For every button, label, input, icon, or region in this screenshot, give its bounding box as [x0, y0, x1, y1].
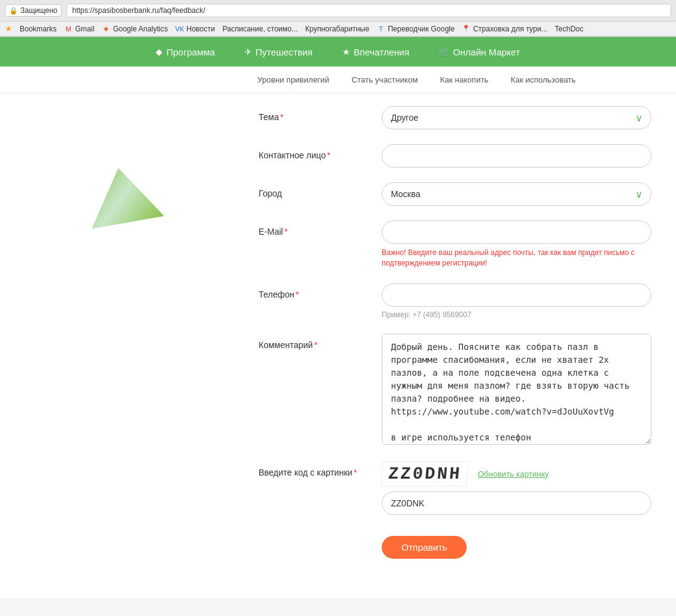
left-sidebar [0, 94, 246, 598]
phone-control: Пример: +7 (495) 9569007 [382, 283, 651, 319]
email-label: E-Mail* [259, 221, 369, 237]
comment-row: Комментарий* Добрый день. Поясните как с… [259, 334, 651, 447]
nav-market[interactable]: 🛒 Онлайн Маркет [424, 37, 535, 67]
bookmark-large[interactable]: Крупногабаритные [305, 25, 369, 33]
captcha-input[interactable] [382, 492, 651, 515]
city-row: Город Москва ∨ [259, 182, 651, 206]
tema-label: Тема* [259, 106, 369, 122]
bookmark-techdoc[interactable]: TechDoc [555, 25, 584, 33]
tema-row: Тема* Другое ∨ [259, 106, 651, 129]
url-bar[interactable]: https://spasibosberbank.ru/faq/feedback/ [66, 4, 671, 17]
comment-required: * [314, 340, 317, 350]
submit-label-spacer [259, 530, 369, 536]
captcha-label: Введите код с картинки* [259, 461, 369, 477]
browser-topbar: 🔒 Защищено https://spasibosberbank.ru/fa… [0, 0, 676, 22]
captcha-row: Введите код с картинки* ZZ0DNH Обновить … [259, 461, 651, 515]
ga-icon: ◈ [102, 25, 110, 33]
sub-nav-use[interactable]: Как использовать [499, 67, 587, 94]
page-content: Тема* Другое ∨ Контактное лицо* [0, 94, 676, 598]
insurance-icon: 📍 [462, 25, 470, 33]
comment-label: Комментарий* [259, 334, 369, 350]
tema-required: * [280, 112, 283, 122]
comment-textarea[interactable]: Добрый день. Поясните как собрать пазл в… [382, 334, 651, 445]
email-row: E-Mail* Важно! Введите ваш реальный адре… [259, 221, 651, 269]
email-hint: Важно! Введите ваш реальный адрес почты,… [382, 248, 651, 269]
bookmark-bookmarks[interactable]: Bookmarks [20, 25, 57, 33]
tema-control: Другое ∨ [382, 106, 651, 129]
form-area: Тема* Другое ∨ Контактное лицо* [246, 94, 676, 598]
bookmark-gmail[interactable]: M Gmail [64, 25, 94, 33]
email-input[interactable] [382, 221, 651, 244]
nav-travel[interactable]: ✈ Путешествия [230, 37, 328, 67]
captcha-image-row: ZZ0DNH Обновить картинку [382, 461, 651, 487]
sub-nav: Уровни привилегий Стать участником Как н… [0, 67, 676, 94]
contact-control [382, 144, 651, 168]
tema-select[interactable]: Другое [382, 106, 651, 129]
bookmark-ga[interactable]: ◈ Google Analytics [102, 25, 167, 33]
travel-icon: ✈ [244, 47, 252, 57]
security-badge: 🔒 Защищено [5, 4, 62, 17]
phone-hint: Пример: +7 (495) 9569007 [382, 310, 651, 319]
captcha-required: * [353, 468, 356, 477]
nav-impressions[interactable]: ★ Впечатления [328, 37, 424, 67]
city-label: Город [259, 182, 369, 198]
phone-input[interactable] [382, 283, 651, 307]
email-required: * [284, 227, 288, 237]
contact-input[interactable] [382, 144, 651, 168]
phone-row: Телефон* Пример: +7 (495) 9569007 [259, 283, 651, 319]
city-select-wrapper: Москва ∨ [382, 182, 651, 206]
sub-nav-earn[interactable]: Как накопить [429, 67, 500, 94]
browser-chrome: 🔒 Защищено https://spasibosberbank.ru/fa… [0, 0, 676, 37]
bookmark-translate[interactable]: T Переводчик Google [377, 25, 455, 33]
main-nav: ◆ Программа ✈ Путешествия ★ Впечатления … [0, 37, 676, 67]
submit-button[interactable]: Отправить [382, 536, 467, 559]
contact-row: Контактное лицо* [259, 144, 651, 168]
sub-nav-levels[interactable]: Уровни привилегий [246, 67, 340, 94]
bookmark-vk[interactable]: VK Новости [175, 25, 215, 33]
impressions-icon: ★ [342, 47, 350, 57]
contact-required: * [327, 150, 330, 160]
captcha-image: ZZ0DNH [380, 461, 469, 487]
bookmarks-star-icon: ★ [5, 24, 12, 33]
phone-required: * [296, 290, 299, 299]
captcha-refresh-link[interactable]: Обновить картинку [478, 469, 549, 479]
security-label: Защищено [20, 6, 57, 15]
comment-control: Добрый день. Поясните как собрать пазл в… [382, 334, 651, 447]
sub-nav-join[interactable]: Стать участником [340, 67, 429, 94]
program-icon: ◆ [156, 47, 163, 57]
bookmark-rasp[interactable]: Расписание, стоимо... [222, 25, 298, 33]
translate-icon: T [377, 25, 385, 33]
bookmark-ins[interactable]: 📍 Страховка для тури... [462, 25, 547, 33]
tema-select-wrapper: Другое ∨ [382, 106, 651, 129]
gmail-icon: M [64, 25, 73, 33]
market-icon: 🛒 [439, 47, 449, 57]
lock-icon: 🔒 [9, 7, 18, 15]
email-control: Важно! Введите ваш реальный адрес почты,… [382, 221, 651, 269]
captcha-control: ZZ0DNH Обновить картинку [382, 461, 651, 515]
phone-label: Телефон* [259, 283, 369, 299]
vk-icon: VK [175, 25, 184, 33]
submit-row: Отправить [259, 530, 651, 559]
city-control: Москва ∨ [382, 182, 651, 206]
submit-control: Отправить [382, 530, 651, 559]
city-select[interactable]: Москва [382, 182, 651, 206]
logo-triangle [82, 161, 164, 229]
contact-label: Контактное лицо* [259, 144, 369, 160]
bookmarks-bar: ★ Bookmarks M Gmail ◈ Google Analytics V… [0, 22, 676, 36]
nav-program[interactable]: ◆ Программа [141, 37, 230, 67]
